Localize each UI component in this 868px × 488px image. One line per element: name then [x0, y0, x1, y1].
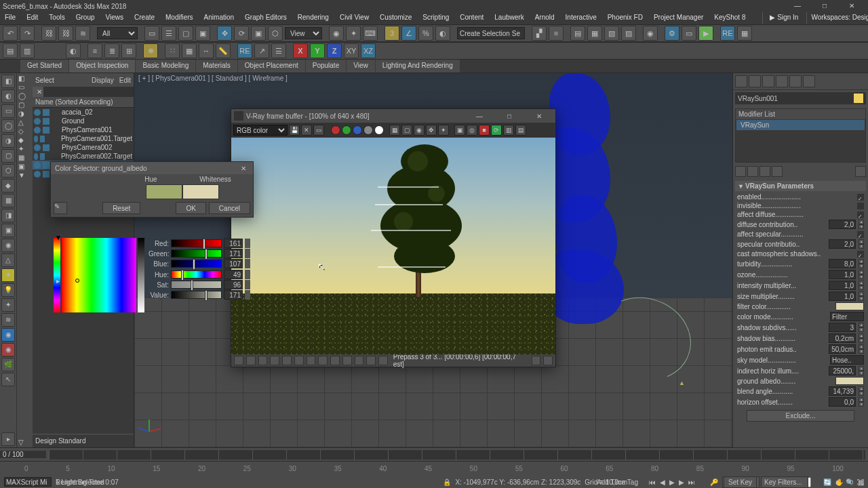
iso-button[interactable]: ◐ [66, 43, 81, 58]
vfb-stat-btn[interactable] [234, 356, 243, 365]
tab-objectinspection[interactable]: Object Inspection [69, 60, 135, 73]
move-button[interactable]: ✥ [217, 26, 232, 41]
scene-item[interactable]: acacia_02 [33, 108, 134, 117]
schematic-view-button[interactable]: ▨ [621, 26, 636, 41]
setkey-button[interactable]: Set Key [724, 476, 757, 488]
unlink-button[interactable]: ⛓ [58, 26, 73, 41]
scene-item[interactable]: PhysCamera001.Target [33, 134, 134, 143]
param-value[interactable]: 1,0 [829, 291, 856, 301]
se-icon[interactable]: ◑ [18, 110, 31, 117]
tool-icon[interactable]: ⬡ [1, 164, 15, 178]
vfb-stop-button[interactable]: ■ [479, 125, 490, 136]
spinner[interactable]: ▴▾ [859, 366, 864, 375]
path-button[interactable]: ↗ [254, 43, 269, 58]
vfb-track-button[interactable]: ◎ [467, 125, 477, 136]
time-tag[interactable]: Add Time Tag [597, 479, 638, 486]
tool-icon[interactable]: ◧ [1, 75, 15, 88]
frame-display[interactable]: 0 / 100 [0, 451, 46, 458]
vfb-red-toggle[interactable] [331, 125, 340, 135]
vfb-region-button[interactable]: ▣ [454, 125, 465, 136]
param-value[interactable]: 14,739 [829, 386, 856, 396]
tool-icon[interactable]: 💡 [1, 283, 15, 297]
play-button[interactable]: ▶ [669, 479, 675, 486]
eyedropper-button[interactable]: ✎ [54, 202, 67, 214]
spacing-button[interactable]: ↔ [199, 43, 214, 58]
vfb-min-button[interactable]: — [466, 113, 493, 120]
spinner[interactable]: ▴▾ [859, 323, 864, 332]
vfb-titlebar[interactable]: V-Ray frame buffer - [100% of 640 x 480]… [231, 109, 555, 123]
rotate-button[interactable]: ⟳ [234, 26, 249, 41]
vfb-channel-dropdown[interactable]: RGB color [233, 125, 288, 136]
spinner[interactable]: ▴▾ [859, 239, 864, 249]
vfb-window[interactable]: V-Ray frame buffer - [100% of 640 x 480]… [231, 108, 556, 367]
menu-scripting[interactable]: Scripting [418, 12, 454, 24]
min-button[interactable]: — [784, 0, 811, 12]
tool-icon[interactable]: ✦ [1, 298, 15, 312]
param-value[interactable]: 1,0 [829, 281, 856, 290]
menu-projectmanager[interactable]: Project Manager [649, 12, 708, 24]
lock-button[interactable]: 🔒 [443, 479, 451, 486]
layer-add-button[interactable]: ≣ [104, 43, 119, 58]
vfb-stat-btn[interactable] [366, 356, 376, 365]
keyboard-shortcut-button[interactable]: ⌨ [363, 26, 378, 41]
vray-asset-button[interactable]: ▦ [737, 26, 752, 41]
se-icon[interactable]: ▢ [18, 101, 31, 108]
menu-animation[interactable]: Animation [199, 12, 239, 24]
menu-arnold[interactable]: Arnold [530, 12, 559, 24]
nav-button[interactable]: ⟲ [848, 479, 853, 486]
tab-lighting[interactable]: Lighting And Rendering [376, 60, 460, 73]
redo-button[interactable]: ↷ [20, 26, 35, 41]
se-edit-tab[interactable]: Edit [119, 77, 131, 84]
spinner-snap-button[interactable]: ◐ [435, 26, 450, 41]
menu-laubwerk[interactable]: Laubwerk [490, 12, 528, 24]
tool-icon[interactable]: ▦ [1, 194, 15, 207]
scale-button[interactable]: ▣ [251, 26, 266, 41]
cancel-button[interactable]: Cancel [209, 202, 250, 214]
render-setup-button[interactable]: ⚙ [665, 26, 679, 41]
array-button[interactable]: ∷ [165, 43, 180, 58]
tool-icon[interactable]: ◉ [1, 343, 15, 357]
spinner[interactable] [245, 280, 250, 289]
menu-content[interactable]: Content [455, 12, 488, 24]
tool-expand-icon[interactable]: ▸ [1, 432, 15, 446]
signin-button[interactable]: ▶ Sign In [762, 12, 805, 24]
motion-panel-icon[interactable] [776, 75, 788, 87]
vfb-stat-btn[interactable] [355, 356, 364, 365]
vfb-blue-toggle[interactable] [353, 125, 362, 135]
placement-button[interactable]: ⬡ [268, 26, 283, 41]
menu-create[interactable]: Create [130, 12, 159, 24]
tab-objectplacement[interactable]: Object Placement [238, 60, 305, 73]
rect-region-button[interactable]: ▢ [178, 26, 193, 41]
selection-filter[interactable]: All [97, 27, 138, 39]
param-select[interactable]: Hose.. al.. [830, 355, 864, 365]
spinner[interactable]: ▴▾ [859, 333, 864, 343]
list-button[interactable]: ☰ [271, 43, 286, 58]
play-first-button[interactable]: ⏮ [649, 479, 656, 486]
tool-icon[interactable]: ◉ [1, 328, 15, 342]
param-select[interactable]: Filter [830, 312, 864, 321]
menu-interactive[interactable]: Interactive [561, 12, 601, 24]
vfb-save-button[interactable]: 💾 [289, 125, 300, 136]
layer-toggle[interactable]: ▥ [20, 43, 35, 58]
whiteness-bar[interactable] [138, 238, 144, 312]
tool-icon[interactable]: ▭ [1, 104, 15, 118]
spinner[interactable]: ▴▾ [859, 281, 864, 290]
tab-view[interactable]: View [347, 60, 375, 73]
vfb-btn[interactable]: ▦ [389, 125, 400, 136]
param-value[interactable]: 1,0 [829, 270, 856, 279]
object-name-field[interactable]: VRaySun001 [735, 92, 866, 104]
param-value[interactable]: 8,0 [829, 259, 856, 268]
render-button[interactable]: ▶ [698, 26, 713, 41]
color-slider[interactable] [171, 260, 222, 268]
axis-y-button[interactable]: Y [310, 43, 325, 58]
pin-stack-button[interactable] [735, 166, 746, 177]
param-value[interactable]: 50,0cm [829, 344, 856, 354]
select-name-button[interactable]: ☰ [161, 26, 176, 41]
color-value[interactable]: 171 [224, 249, 243, 258]
menu-phoenixfd[interactable]: Phoenix FD [603, 12, 648, 24]
vfb-copy-button[interactable]: ▭ [313, 125, 324, 136]
undo-button[interactable]: ↶ [3, 26, 18, 41]
tool-icon[interactable]: ◉ [1, 239, 15, 252]
keyfilters-button[interactable]: Key Filters... [761, 476, 808, 488]
ref-coord-dropdown[interactable]: View [285, 27, 322, 39]
